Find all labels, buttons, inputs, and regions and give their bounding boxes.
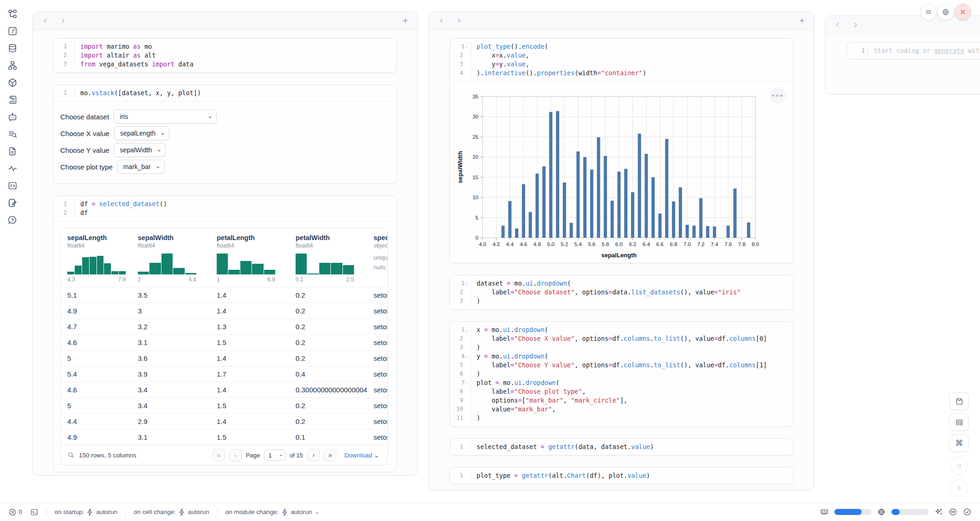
empty-code-cell[interactable]: 1 Start coding or generate with AI <box>847 42 980 59</box>
fold-chevron-icon[interactable]: ⌄ <box>465 279 468 288</box>
code-text[interactable]: value="mark_bar", <box>471 405 788 414</box>
column-header[interactable]: sepalWidthfloat6424.4 <box>138 234 217 283</box>
code-text[interactable]: label="Choose plot type", <box>471 387 788 396</box>
next-page-button[interactable]: › <box>307 449 320 461</box>
fold-chevron-icon[interactable]: ⌄ <box>465 42 468 51</box>
add-cell-icon[interactable] <box>400 15 411 26</box>
help-icon[interactable]: ? <box>7 215 18 226</box>
code-text[interactable]: x = mo.ui.dropdown( <box>471 326 788 334</box>
menu-button[interactable] <box>920 4 937 20</box>
scratchpad-icon[interactable] <box>7 197 18 208</box>
chat-bot-icon[interactable] <box>7 111 18 123</box>
code-text[interactable]: df <box>74 208 392 217</box>
code-snippet-icon[interactable] <box>7 180 18 191</box>
code-placeholder[interactable]: Start coding or generate with AI <box>868 46 980 55</box>
file-tree-icon[interactable] <box>7 8 18 20</box>
code-text[interactable]: label="Choose X value", options=df.colum… <box>471 334 788 343</box>
dropdown-select[interactable]: sepalWidth <box>114 143 166 157</box>
code-text[interactable]: mo.vstack([dataset, x, y, plot]) <box>74 89 392 98</box>
line-number: 9 <box>452 396 471 405</box>
search-icon[interactable] <box>67 451 75 459</box>
layout-button[interactable] <box>949 413 969 431</box>
settings-gear-button[interactable] <box>937 4 954 20</box>
chevron-right-icon[interactable] <box>453 15 464 26</box>
fold-chevron-icon[interactable]: ⌄ <box>465 326 468 334</box>
code-text[interactable]: ) <box>471 370 788 378</box>
column-header[interactable]: sepalLengthfloat644.37.9 <box>67 234 138 283</box>
code-line: 4⌄y = mo.ui.dropdown( <box>452 352 788 361</box>
download-button[interactable]: Download⌄ <box>342 451 382 459</box>
code-text[interactable]: ) <box>471 297 788 306</box>
table-cell: 5.1 <box>67 291 138 299</box>
code-text[interactable]: ).interactive().properties(width="contai… <box>471 69 788 78</box>
code-text[interactable]: options=["mark_bar", "mark_circle"], <box>471 396 788 405</box>
copilot-button[interactable] <box>948 508 957 516</box>
add-cell-icon[interactable] <box>796 15 807 26</box>
table-cell: setosa <box>374 433 388 441</box>
code-text[interactable]: label="Choose Y value", options=df.colum… <box>471 361 788 370</box>
chevron-left-icon[interactable] <box>832 19 843 30</box>
bar-chart[interactable]: 4.04.24.44.64.85.05.25.45.65.86.06.26.46… <box>456 86 787 261</box>
run-button[interactable] <box>950 479 968 497</box>
code-text[interactable]: selected_dataset = getattr(data, dataset… <box>471 443 788 451</box>
list-search-icon[interactable] <box>7 129 18 140</box>
code-text[interactable]: df = selected_dataset() <box>74 200 392 208</box>
save-button[interactable] <box>949 392 969 410</box>
code-text[interactable]: label="Choose dataset", options=data.lis… <box>471 288 788 297</box>
chevron-right-icon[interactable] <box>57 15 68 26</box>
code-text[interactable]: import marimo as mo <box>74 42 392 51</box>
connection-status-button[interactable] <box>963 508 972 516</box>
scroll-icon[interactable] <box>7 94 18 105</box>
chevron-right-icon[interactable] <box>850 19 861 30</box>
database-icon[interactable] <box>7 43 18 54</box>
stop-button[interactable] <box>950 457 968 475</box>
prev-page-button[interactable]: ‹ <box>229 449 242 461</box>
close-button[interactable] <box>954 4 971 20</box>
dropdown-select[interactable]: iris <box>114 110 217 124</box>
errors-button[interactable]: 0 <box>8 508 22 516</box>
chart-menu-button[interactable]: ●●● <box>770 87 786 103</box>
code-text[interactable]: plot_type().encode( <box>471 42 788 51</box>
fold-chevron-icon[interactable]: ⌄ <box>465 378 468 387</box>
terminal-button[interactable] <box>30 508 39 516</box>
dropdown-select[interactable]: mark_bar <box>117 160 165 174</box>
chevron-left-icon[interactable] <box>39 15 51 26</box>
page-select[interactable]: 1 <box>264 449 285 461</box>
dataframe-table: sepalLengthfloat644.37.9sepalWidthfloat6… <box>60 228 388 465</box>
code-text[interactable]: plot = mo.ui.dropdown( <box>471 378 788 387</box>
on-cell-change-setting[interactable]: on cell change: autorun <box>134 508 209 516</box>
table-cell: 0.30000000000000004 <box>296 386 374 394</box>
document-icon[interactable] <box>7 146 18 157</box>
code-text[interactable]: ) <box>471 343 788 352</box>
ai-sparkles-button[interactable] <box>934 508 943 516</box>
on-startup-setting[interactable]: on startup: autorun <box>55 508 118 516</box>
column-header[interactable]: speciesobjectunique:nulls: <box>374 234 388 283</box>
activity-icon[interactable] <box>7 163 18 174</box>
code-line: 1plot_type = getattr(alt.Chart(df), plot… <box>452 471 788 480</box>
code-text[interactable]: dataset = mo.ui.dropdown( <box>471 279 788 288</box>
generate-link[interactable]: generate <box>934 47 964 54</box>
package-icon[interactable] <box>7 77 18 88</box>
code-text[interactable]: y = mo.ui.dropdown( <box>471 352 788 361</box>
on-module-change-setting[interactable]: on module change: autorun ⌄ <box>226 508 319 516</box>
code-text[interactable]: from vega_datasets import data <box>74 60 392 69</box>
dependency-graph-icon[interactable] <box>7 60 18 71</box>
command-palette-button[interactable]: ⌘ <box>949 434 969 452</box>
code-text[interactable]: x=x.value, <box>471 51 788 60</box>
line-number: 1 <box>452 443 471 451</box>
dropdown-select[interactable]: sepalLength <box>114 126 169 140</box>
code-line: 1selected_dataset = getattr(data, datase… <box>452 443 788 451</box>
function-square-icon[interactable]: f <box>7 26 18 37</box>
code-text[interactable]: ) <box>471 414 788 423</box>
fold-chevron-icon[interactable]: ⌄ <box>465 352 468 361</box>
column-header[interactable]: petalWidthfloat640.12.5 <box>296 234 374 283</box>
table-cell: 4.9 <box>67 433 138 441</box>
chevron-left-icon[interactable] <box>436 15 447 26</box>
code-text[interactable]: y=y.value, <box>471 60 788 69</box>
last-page-button[interactable]: » <box>324 449 336 461</box>
code-text[interactable]: import altair as alt <box>74 51 392 60</box>
column-header[interactable]: petalLengthfloat6416.9 <box>217 234 296 283</box>
code-text[interactable]: plot_type = getattr(alt.Chart(df), plot.… <box>471 471 788 480</box>
svg-text:7.0: 7.0 <box>683 241 691 247</box>
first-page-button[interactable]: « <box>213 449 225 461</box>
